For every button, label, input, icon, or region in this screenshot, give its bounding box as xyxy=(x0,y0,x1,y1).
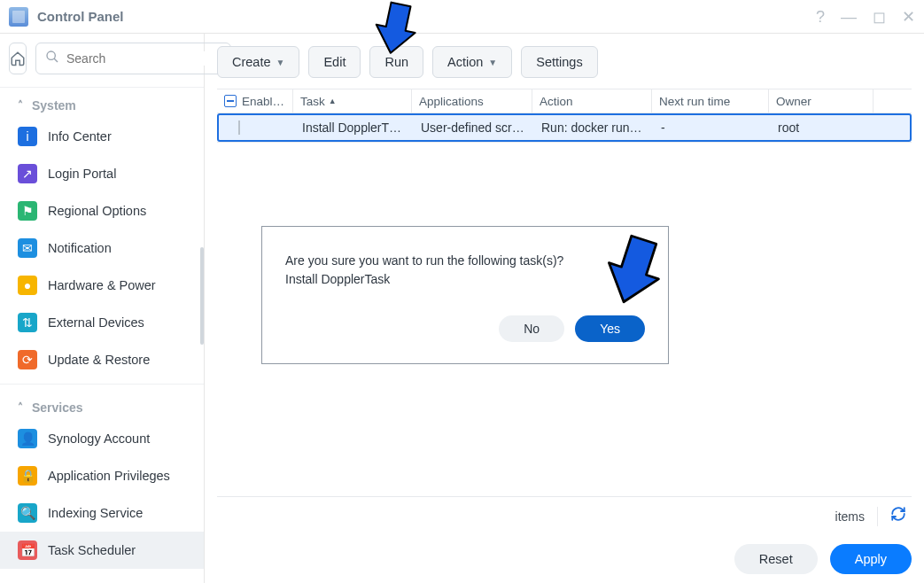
sidebar-item-icon: 👤 xyxy=(18,429,37,448)
cell-owner: root xyxy=(771,120,875,135)
chevron-up-icon: ˄ xyxy=(18,401,23,414)
sidebar-item-label: Indexing Service xyxy=(48,506,143,520)
sidebar-item-icon: 🔒 xyxy=(18,466,37,486)
col-owner[interactable]: Owner xyxy=(769,89,874,113)
sidebar-item-label: Task Scheduler xyxy=(48,543,136,557)
action-label: Action xyxy=(447,55,483,69)
sidebar: ˄SystemiInfo Center↗Login Portal⚑Regiona… xyxy=(0,34,205,583)
sidebar-item-icon: ⚑ xyxy=(18,201,37,221)
caret-down-icon: ▼ xyxy=(488,58,497,67)
sidebar-item-icon: i xyxy=(18,127,37,146)
cell-applications: User-defined scr… xyxy=(414,120,534,135)
svg-line-1 xyxy=(54,58,58,62)
help-icon[interactable]: ? xyxy=(816,9,825,25)
sidebar-item-icon: ↗ xyxy=(18,164,37,183)
dialog-yes-label: Yes xyxy=(600,322,620,336)
col-action-label: Action xyxy=(540,95,573,108)
search-input-wrap[interactable] xyxy=(35,43,231,74)
sidebar-item-label: Regional Options xyxy=(48,204,146,218)
title-bar: Control Panel ? — ◻ ✕ xyxy=(0,0,924,34)
col-task-label: Task xyxy=(300,95,325,108)
reset-label: Reset xyxy=(759,552,793,566)
header-checkbox-icon[interactable] xyxy=(224,95,237,107)
sidebar-item-icon: 📅 xyxy=(18,540,37,560)
sidebar-item[interactable]: ↗Login Portal xyxy=(0,155,204,192)
sort-asc-icon: ▲ xyxy=(329,97,337,105)
run-label: Run xyxy=(384,55,408,69)
search-icon xyxy=(45,50,59,67)
settings-label: Settings xyxy=(536,55,582,69)
apply-button[interactable]: Apply xyxy=(830,544,912,574)
col-spacer xyxy=(874,89,912,113)
col-enabled[interactable]: Enabl… xyxy=(217,89,293,113)
create-label: Create xyxy=(232,55,271,69)
cell-next-run: - xyxy=(654,120,771,135)
sidebar-group-label: Services xyxy=(32,400,83,415)
task-table: Enabl… Task ▲ Applications Action Next r… xyxy=(217,89,912,143)
col-action[interactable]: Action xyxy=(532,89,652,113)
sidebar-item-label: Application Privileges xyxy=(48,469,170,483)
sidebar-group-header[interactable]: ˄Services xyxy=(0,390,204,420)
caret-down-icon: ▼ xyxy=(276,58,285,67)
sidebar-item-icon: ✉ xyxy=(18,238,37,258)
dialog-no-label: No xyxy=(524,322,540,336)
sidebar-item[interactable]: 👤Synology Account xyxy=(0,420,204,457)
sidebar-item[interactable]: iInfo Center xyxy=(0,118,204,155)
cell-task: Install DopplerT… xyxy=(295,120,414,135)
edit-label: Edit xyxy=(323,55,346,69)
col-applications[interactable]: Applications xyxy=(412,89,532,113)
sidebar-item-label: Update & Restore xyxy=(48,353,150,367)
sidebar-item-label: External Devices xyxy=(48,315,144,330)
sidebar-item-icon: 🔍 xyxy=(18,503,37,523)
create-button[interactable]: Create ▼ xyxy=(217,46,299,78)
status-bar: items xyxy=(217,496,912,535)
sidebar-group-header[interactable]: ˄System xyxy=(0,88,204,118)
confirm-dialog: Are you sure you want to run the followi… xyxy=(261,226,669,364)
sidebar-item-label: Info Center xyxy=(48,129,112,144)
search-input[interactable] xyxy=(66,51,221,66)
maximize-icon[interactable]: ◻ xyxy=(873,9,886,25)
sidebar-item[interactable]: ✉Notification xyxy=(0,229,204,267)
run-button[interactable]: Run xyxy=(369,46,423,78)
home-icon xyxy=(10,51,26,66)
sidebar-item[interactable]: 🔍Indexing Service xyxy=(0,494,204,532)
separator xyxy=(877,507,878,526)
col-task[interactable]: Task ▲ xyxy=(293,89,412,113)
col-next-run-label: Next run time xyxy=(659,95,730,108)
action-button[interactable]: Action ▼ xyxy=(432,46,512,78)
close-icon[interactable]: ✕ xyxy=(902,9,915,25)
sidebar-item[interactable]: 📅Task Scheduler xyxy=(0,532,204,569)
window-title: Control Panel xyxy=(37,9,124,24)
edit-button[interactable]: Edit xyxy=(308,46,361,78)
sidebar-item-icon: ● xyxy=(18,276,37,295)
sidebar-item-label: Hardware & Power xyxy=(48,278,156,292)
col-applications-label: Applications xyxy=(419,95,484,108)
col-next-run[interactable]: Next run time xyxy=(652,89,769,113)
refresh-icon xyxy=(890,506,906,522)
dialog-no-button[interactable]: No xyxy=(499,315,564,342)
app-icon xyxy=(9,7,28,27)
settings-button[interactable]: Settings xyxy=(521,46,597,78)
refresh-button[interactable] xyxy=(890,506,906,526)
sidebar-item-label: Notification xyxy=(48,241,112,255)
sidebar-item-label: Synology Account xyxy=(48,431,150,446)
reset-button[interactable]: Reset xyxy=(734,544,818,574)
col-enabled-label: Enabl… xyxy=(242,95,284,108)
chevron-up-icon: ˄ xyxy=(18,99,23,112)
sidebar-item[interactable]: ⇅External Devices xyxy=(0,304,204,341)
table-row[interactable]: Install DopplerT… User-defined scr… Run:… xyxy=(217,113,912,142)
sidebar-item[interactable]: ●Hardware & Power xyxy=(0,267,204,304)
sidebar-item[interactable]: 🔒Application Privileges xyxy=(0,457,204,494)
dialog-message: Are you sure you want to run the followi… xyxy=(285,252,645,270)
minimize-icon[interactable]: — xyxy=(841,9,857,25)
svg-point-0 xyxy=(47,51,55,59)
sidebar-item-label: Login Portal xyxy=(48,167,116,181)
row-checkbox[interactable] xyxy=(238,120,240,135)
sidebar-item-icon: ⇅ xyxy=(18,313,37,332)
col-owner-label: Owner xyxy=(776,95,811,108)
sidebar-item-icon: ⟳ xyxy=(18,350,37,369)
dialog-yes-button[interactable]: Yes xyxy=(575,315,645,342)
sidebar-item[interactable]: ⚑Regional Options xyxy=(0,192,204,229)
sidebar-item[interactable]: ⟳Update & Restore xyxy=(0,341,204,378)
home-button[interactable] xyxy=(9,43,27,74)
